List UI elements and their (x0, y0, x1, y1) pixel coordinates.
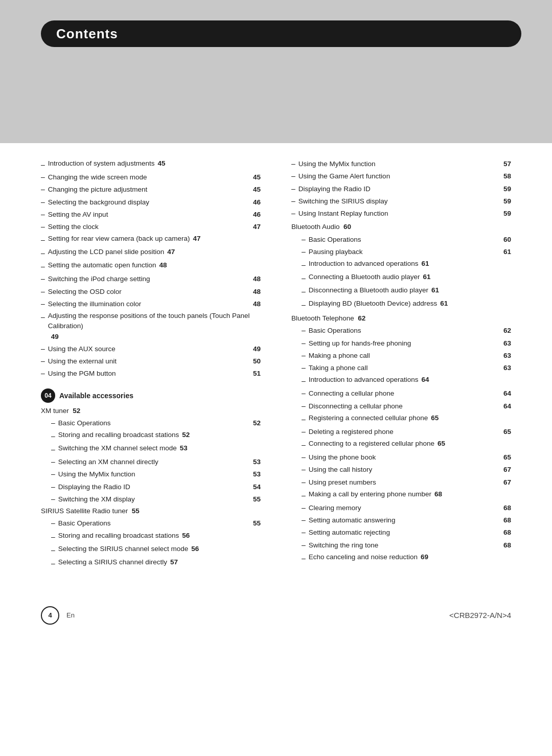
dash-icon: – (302, 540, 306, 551)
right-column: – Using the MyMix function 57 – Using th… (291, 158, 511, 570)
dash-icon: – (41, 159, 45, 170)
section-header: 04 Available accessories (41, 388, 261, 403)
dash-icon: – (302, 477, 306, 488)
model-number: <CRB2972-A/N>4 (449, 611, 511, 620)
list-item: – Using the MyMix function 57 (291, 158, 511, 169)
list-item: – Switching the ring tone 68 (291, 540, 511, 551)
en-label: En (66, 611, 75, 619)
list-item: – Using the external unit 50 (41, 356, 261, 366)
list-item: – Switching the XM display 55 (41, 494, 261, 505)
list-item: – Storing and recalling broadcast statio… (41, 531, 261, 542)
list-item: – Introduction to advanced operations 61 (291, 259, 511, 270)
list-item: – Changing the picture adjustment 45 (41, 184, 261, 195)
list-item: – Connecting to a registered cellular ph… (291, 439, 511, 450)
dash-icon: – (291, 196, 295, 207)
dash-icon: – (51, 482, 55, 492)
dash-icon: – (51, 431, 55, 442)
dash-icon: – (51, 518, 55, 529)
list-item: – Using the AUX source 49 (41, 343, 261, 354)
list-item: – Changing the wide screen mode 45 (41, 172, 261, 182)
list-item: – Displaying the Radio ID 59 (291, 184, 511, 194)
subsection-label: Bluetooth Audio 60 (291, 222, 511, 232)
page-number: 4 (41, 606, 59, 625)
dash-icon: – (302, 286, 306, 297)
list-item: – Setting for rear view camera (back up … (41, 234, 261, 245)
dash-icon: – (41, 286, 45, 297)
list-item: – Connecting a cellular phone 64 (291, 388, 511, 399)
dash-icon: – (51, 545, 55, 556)
dash-icon: – (302, 234, 306, 245)
dash-icon: – (291, 208, 295, 219)
dash-icon: – (291, 171, 295, 181)
list-item: – Making a phone call 63 (291, 350, 511, 361)
dash-icon: – (41, 221, 45, 232)
list-item: – Echo canceling and noise reduction 69 (291, 552, 511, 564)
list-item: – Selecting the SIRIUS channel select mo… (41, 544, 261, 556)
dash-icon: – (41, 368, 45, 379)
list-item: – Switching the SIRIUS display 59 (291, 196, 511, 207)
section-title: Available accessories (59, 392, 133, 400)
top-banner: Contents (0, 0, 552, 143)
dash-icon: – (51, 558, 55, 569)
main-content: – Introduction of system adjustments 45 … (0, 143, 552, 601)
dash-icon: – (302, 553, 306, 564)
dash-icon: – (51, 469, 55, 479)
subsection-label: XM tuner 52 (41, 406, 261, 416)
list-item: – Making a call by entering phone number… (291, 489, 511, 501)
list-item: – Using Instant Replay function 59 (291, 208, 511, 219)
list-item: – Setting the clock 47 (41, 221, 261, 232)
dash-icon: – (51, 494, 55, 505)
left-column: – Introduction of system adjustments 45 … (41, 158, 261, 570)
dash-icon: – (302, 490, 306, 501)
dash-icon: – (302, 300, 306, 310)
page-title: Contents (56, 26, 118, 42)
dash-icon: – (302, 426, 306, 437)
dash-icon: – (291, 158, 295, 169)
dash-icon: – (41, 172, 45, 182)
list-item: – Using the MyMix function 53 (41, 469, 261, 479)
list-item: – Displaying the Radio ID 54 (41, 482, 261, 492)
dash-icon: – (291, 184, 295, 194)
list-item: – Pausing playback 61 (291, 246, 511, 257)
list-item: – Basic Operations 60 (291, 234, 511, 245)
dash-icon: – (41, 312, 45, 323)
contents-title-bar: Contents (41, 20, 521, 47)
dash-icon: – (302, 414, 306, 425)
list-item: – Disconnecting a cellular phone 64 (291, 401, 511, 411)
dash-icon: – (302, 401, 306, 411)
dash-icon: – (41, 273, 45, 284)
list-item: – Using preset numbers 67 (291, 477, 511, 488)
dash-icon: – (302, 502, 306, 513)
dash-icon: – (302, 325, 306, 336)
list-item: – Setting the automatic open function 48 (41, 260, 261, 272)
dash-icon: – (302, 515, 306, 525)
list-item: – Switching the iPod charge setting 48 (41, 273, 261, 284)
dash-icon: – (41, 299, 45, 309)
section-badge: 04 (41, 388, 55, 403)
list-item: – Registering a connected cellular phone… (291, 413, 511, 425)
dash-icon: – (41, 209, 45, 220)
list-item: – Selecting the background display 46 (41, 197, 261, 208)
footer-left: 4 En (41, 606, 75, 625)
dash-icon: – (302, 388, 306, 399)
dash-icon: – (302, 260, 306, 270)
list-item: – Selecting the illumination color 48 (41, 299, 261, 309)
dash-icon: – (302, 464, 306, 475)
dash-icon: – (51, 532, 55, 542)
dash-icon: – (302, 440, 306, 450)
list-item: – Adjusting the LCD panel slide position… (41, 247, 261, 259)
list-item: – Using the phone book 65 (291, 452, 511, 463)
subsection-label: SIRIUS Satellite Radio tuner 55 (41, 506, 261, 516)
dash-icon: – (41, 356, 45, 366)
list-item: – Basic Operations 55 (41, 518, 261, 529)
dash-icon: – (51, 444, 55, 455)
list-item: – Setting automatic rejecting 68 (291, 527, 511, 538)
list-item: – Setting the AV input 46 (41, 209, 261, 220)
list-item: – Connecting a Bluetooth audio player 61 (291, 272, 511, 284)
list-item: – Introduction of system adjustments 45 (41, 158, 261, 170)
list-item: – Using the call history 67 (291, 464, 511, 475)
dash-icon: – (41, 248, 45, 259)
dash-icon: – (302, 527, 306, 538)
dash-icon: – (41, 261, 45, 272)
dash-icon: – (51, 456, 55, 467)
